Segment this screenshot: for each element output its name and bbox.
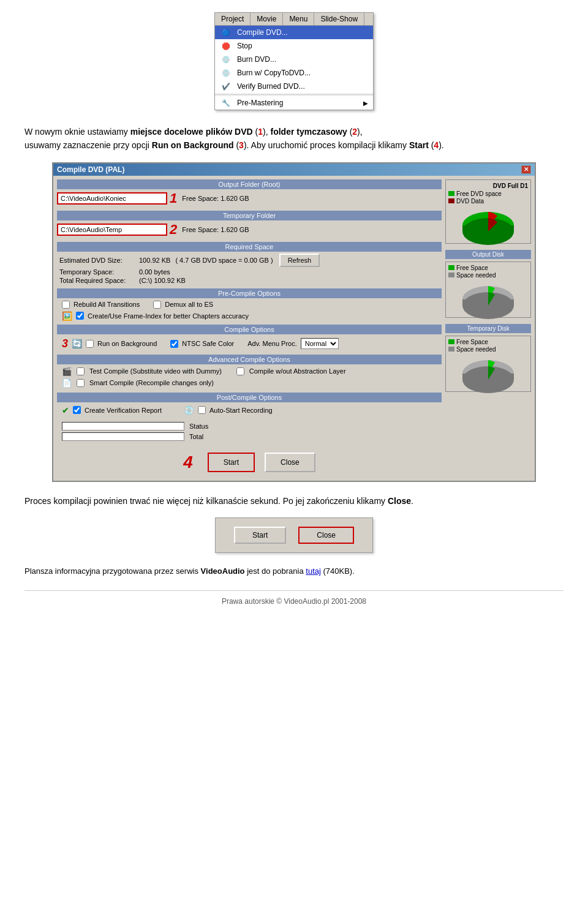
temp-space-row: Temporary Space: 0.00 bytes — [57, 268, 442, 276]
premastering-icon: 🔧 — [220, 98, 232, 108]
burn-dvd-label: Burn DVD... — [237, 55, 368, 64]
rebuild-transitions-checkbox[interactable] — [62, 301, 70, 309]
temp-disk-pie — [448, 355, 528, 389]
footer-link[interactable]: tutaj — [306, 566, 321, 576]
burn-copytodvd-label: Burn w/ CopyToDVD... — [237, 69, 368, 77]
output-folder-input[interactable] — [57, 192, 167, 205]
temp-disk-pie-svg — [461, 355, 516, 389]
checkmark-icon: ✔ — [62, 405, 69, 415]
status-bar: Status — [62, 422, 437, 431]
output-disk-legend: Free Space Space needed — [448, 265, 528, 279]
post-compile-header: Post/Compile Options — [57, 393, 442, 402]
copyright-footer: Prawa autorskie © VideoAudio.pl 2001-200… — [24, 590, 564, 606]
temp-folder-header: Temporary Folder — [57, 211, 442, 220]
test-compile-row: 🎬 Test Compile (Substitute video with Du… — [57, 366, 442, 377]
legend-color-gray1 — [448, 273, 454, 277]
intro-num1: 1 — [258, 127, 263, 137]
intro-num4: 4 — [434, 140, 439, 150]
output-disk-pie — [448, 281, 528, 315]
smart-compile-icon: 📄 — [62, 378, 72, 388]
menu-dropdown: Project Movie Menu Slide-Show 🔵 Compile … — [214, 12, 374, 110]
intro-num2: 2 — [352, 127, 357, 137]
intro-bold-miejsce: miejsce docelowe plików DVD — [130, 127, 253, 137]
premastering-label: Pre-Mastering — [237, 99, 358, 107]
dialog-title: Compile DVD (PAL) — [57, 165, 124, 174]
intro-paragraph: W nowym oknie ustawiamy miejsce docelowe… — [24, 125, 564, 152]
total-progress-bar — [62, 432, 184, 441]
menu-item-compile-dvd[interactable]: 🔵 Compile DVD... — [215, 26, 373, 39]
dialog-left-panel: Output Folder (Root) 1 Free Space: 1.620… — [57, 179, 442, 477]
adv-menu-proc-dropdown[interactable]: Normal — [301, 338, 339, 349]
demux-all-checkbox[interactable] — [153, 301, 161, 309]
bottom-start-button[interactable]: Start — [234, 527, 286, 544]
smart-compile-checkbox[interactable] — [77, 379, 85, 387]
dvd-full-pie-svg — [461, 207, 516, 241]
dvd-full-pie — [448, 207, 528, 241]
intro-bold-run: Run on Background — [152, 140, 234, 150]
dialog-close-button[interactable]: ✕ — [521, 165, 531, 174]
dvd-full-chart-box: DVD Full D1 Free DVD space DVD Data — [445, 179, 531, 244]
tab-slideshow: Slide-Show — [314, 13, 364, 25]
close-button[interactable]: Close — [265, 453, 315, 472]
post-compile-row: ✔ Create Verification Report 💿 Auto-Star… — [57, 404, 442, 417]
test-compile-icon: 🎬 — [62, 367, 72, 376]
compile-dvd-dialog: Compile DVD (PAL) ✕ Output Folder (Root)… — [52, 162, 536, 482]
total-label: Total — [189, 433, 203, 440]
bottom-screenshot: Start Close — [24, 517, 564, 553]
compile-without-checkbox[interactable] — [236, 367, 244, 375]
dialog-right-panel: DVD Full D1 Free DVD space DVD Data — [445, 179, 531, 477]
tab-movie: Movie — [251, 13, 283, 25]
footer-note: Plansza informacyjna przygotowana przez … — [24, 565, 564, 578]
legend-temp-free-space: Free Space — [448, 339, 528, 345]
bottom-close-button[interactable]: Close — [298, 527, 354, 544]
smart-compile-label: Smart Compile (Recompile changes only) — [89, 379, 214, 386]
legend-temp-needed-label: Space needed — [456, 346, 496, 353]
stop-icon: 🛑 — [220, 41, 232, 51]
auto-start-label: Auto-Start Recording — [209, 407, 273, 414]
ntsc-safe-color-checkbox[interactable] — [170, 340, 178, 348]
create-verification-checkbox[interactable] — [73, 406, 81, 414]
menu-item-burn-dvd[interactable]: 💿 Burn DVD... — [215, 53, 373, 66]
legend-free-dvd-space: Free DVD space — [448, 190, 528, 197]
menu-item-premastering[interactable]: 🔧 Pre-Mastering ▶ — [215, 96, 373, 110]
auto-start-checkbox[interactable] — [198, 406, 206, 414]
menu-item-burn-copytodvd[interactable]: 💿 Burn w/ CopyToDVD... — [215, 66, 373, 80]
test-compile-checkbox[interactable] — [77, 367, 85, 375]
legend-dvd-data: DVD Data — [448, 198, 528, 205]
temp-free-space: Free Space: 1.620 GB — [182, 226, 249, 233]
output-free-space: Free Space: 1.620 GB — [182, 195, 249, 202]
burn-copytodvd-icon: 💿 — [220, 68, 232, 78]
menu-item-stop[interactable]: 🛑 Stop — [215, 39, 373, 53]
refresh-button[interactable]: Refresh — [279, 254, 320, 267]
run-bg-icon: 🔄 — [72, 339, 82, 348]
footer-brand: VideoAudio — [201, 566, 245, 576]
frame-index-checkbox[interactable] — [76, 312, 84, 320]
status-bar-area: Status Total — [57, 419, 442, 445]
number-badge-3: 3 — [62, 337, 68, 350]
run-on-background-checkbox[interactable] — [86, 340, 94, 348]
pre-compile-section: Pre-Compile Options Rebuild All Transiti… — [57, 288, 442, 322]
tab-menu: Menu — [283, 13, 314, 25]
estimated-dvd-label: Estimated DVD Size: — [59, 257, 139, 264]
test-compile-label: Test Compile (Substitute video with Dumm… — [89, 367, 222, 375]
compile-options-row: 3 🔄 Run on Background NTSC Safe Color Ad… — [57, 336, 442, 352]
rebuild-transitions-label: Rebuild All Transitions — [74, 301, 140, 308]
compile-options-section: Compile Options 3 🔄 Run on Background NT… — [57, 325, 442, 352]
temp-folder-input[interactable] — [57, 224, 167, 236]
dvd-full-legend: Free DVD space DVD Data — [448, 190, 528, 205]
temp-folder-row: 2 Free Space: 1.620 GB — [57, 222, 442, 238]
intro-bold-folder: folder tymczasowy — [270, 127, 347, 137]
verify-label: Verify Burned DVD... — [237, 82, 368, 91]
tab-project: Project — [215, 13, 251, 25]
stop-label: Stop — [237, 42, 368, 50]
rebuild-transitions-row: Rebuild All Transitions Demux all to ES — [57, 299, 442, 310]
start-button[interactable]: Start — [208, 453, 255, 472]
compile-dvd-label: Compile DVD... — [237, 28, 368, 37]
output-disk-chart-box: Free Space Space needed — [445, 261, 531, 318]
post-compile-section: Post/Compile Options ✔ Create Verificati… — [57, 393, 442, 417]
menu-item-verify[interactable]: ✔️ Verify Burned DVD... — [215, 80, 373, 93]
frame-index-icon: 🖼️ — [62, 311, 72, 321]
outro-paragraph: Proces kompilacji powinien trwać nie wię… — [24, 494, 564, 508]
temp-disk-legend: Free Space Space needed — [448, 339, 528, 353]
dialog-titlebar: Compile DVD (PAL) ✕ — [53, 164, 535, 176]
